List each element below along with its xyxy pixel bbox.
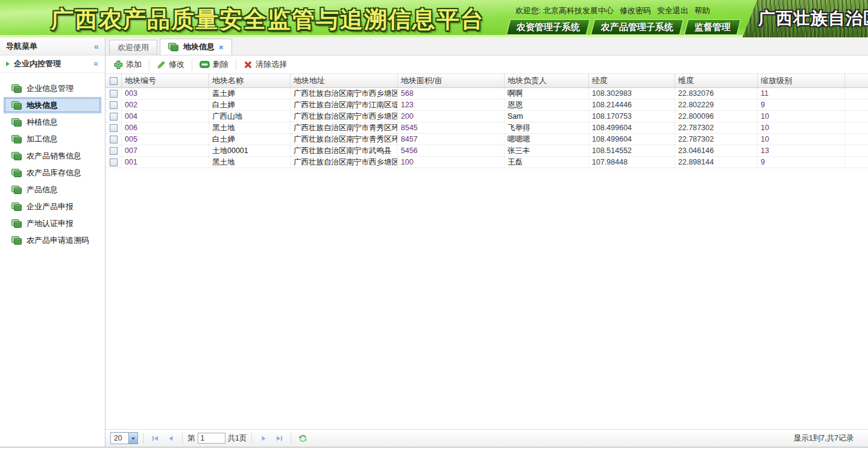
row-checkbox[interactable] xyxy=(110,159,118,166)
cell-lat: 22.832076 xyxy=(675,88,758,99)
cell-lng: 108.499604 xyxy=(589,122,675,133)
select-all-cell xyxy=(105,74,122,87)
sidebar-item[interactable]: 产品信息 xyxy=(4,181,101,198)
cell-manager: Sam xyxy=(505,111,589,122)
edit-icon xyxy=(157,60,166,69)
row-checkbox-cell xyxy=(105,88,122,99)
cell-name: 盖土婵 xyxy=(209,88,291,99)
cell-id: 001 xyxy=(122,157,209,168)
toolbar-button[interactable]: 添加 xyxy=(108,57,147,72)
toolbar-button[interactable]: 清除选择 xyxy=(238,57,292,72)
cell-filler xyxy=(845,111,868,122)
column-header[interactable]: 地块地址 xyxy=(291,74,398,87)
table-row[interactable]: 002白土婵广西壮族自治区南宁市江南区堤园123恩恩108.21444622.8… xyxy=(105,99,868,111)
column-header[interactable]: 维度 xyxy=(675,74,758,87)
table-row[interactable]: 005白土婵广西壮族自治区南宁市青秀区环境8457嗯嗯嗯108.49960422… xyxy=(105,134,868,145)
column-header[interactable]: 地块负责人 xyxy=(505,74,589,87)
next-page-button[interactable] xyxy=(257,432,270,444)
first-page-button[interactable] xyxy=(148,432,162,444)
row-checkbox-cell xyxy=(105,111,122,122)
cell-lng: 107.98448 xyxy=(589,157,675,168)
table-row[interactable]: 006黑土地广西壮族自治区南宁市青秀区环境8545飞举得108.49960422… xyxy=(105,122,868,134)
table-row[interactable]: 004广西山地广西壮族自治区南宁市西乡塘区X200Sam108.17075322… xyxy=(105,111,868,122)
column-header[interactable]: 地块编号 xyxy=(122,74,209,87)
folder-icon xyxy=(11,203,22,211)
sidebar-item[interactable]: 农产品库存信息 xyxy=(4,165,101,181)
column-header[interactable]: 地块面积/亩 xyxy=(398,74,505,87)
cell-filler xyxy=(845,157,868,168)
cell-area: 8457 xyxy=(398,134,505,145)
cell-lng: 108.302983 xyxy=(589,88,675,99)
welcome-link[interactable]: 帮助 xyxy=(694,6,710,15)
welcome-link[interactable]: 安全退出 xyxy=(657,6,688,15)
close-icon[interactable]: × xyxy=(219,43,224,52)
page-size-select[interactable]: 20 xyxy=(110,432,138,444)
pagination-bar: 20 第 共1页 显示1到7,共7记录 xyxy=(105,429,868,447)
cell-name: 土地00001 xyxy=(209,145,291,156)
table-row[interactable]: 007土地00001广西壮族自治区南宁市武鸣县5456张三丰108.514552… xyxy=(105,145,868,157)
sidebar-item[interactable]: 企业信息管理 xyxy=(4,80,101,96)
sidebar-item[interactable]: 农产品销售信息 xyxy=(4,148,101,164)
sidebar-item[interactable]: 种植信息 xyxy=(4,114,101,130)
welcome-link[interactable]: 修改密码 xyxy=(620,6,651,15)
sidebar-item[interactable]: 农产品申请追溯码 xyxy=(4,232,101,248)
divider xyxy=(291,433,291,444)
sidebar-item[interactable]: 企业产品申报 xyxy=(4,198,101,215)
page-label-prefix: 第 xyxy=(187,433,195,444)
row-checkbox[interactable] xyxy=(110,101,118,109)
cell-manager: 王磊 xyxy=(505,157,589,168)
column-header-filler xyxy=(845,74,868,87)
table-row[interactable]: 001黑土地广西壮族自治区南宁市西乡塘区100王磊107.9844822.898… xyxy=(105,157,868,168)
sidebar-item[interactable]: 产地认证申报 xyxy=(4,215,101,231)
cell-address: 广西壮族自治区南宁市武鸣县 xyxy=(291,145,398,156)
sidebar-item[interactable]: 加工信息 xyxy=(4,131,101,147)
column-header[interactable]: 经度 xyxy=(589,74,675,87)
row-checkbox[interactable] xyxy=(110,136,118,143)
column-header[interactable]: 缩放级别 xyxy=(758,74,845,87)
tab-strip: 欢迎使用地块信息× xyxy=(105,37,868,55)
cell-lng: 108.170753 xyxy=(589,111,675,122)
refresh-icon[interactable] xyxy=(296,432,309,444)
table-row[interactable]: 003盖土婵广西壮族自治区南宁市西乡塘区大568啊啊108.30298322.8… xyxy=(105,88,868,99)
cell-address: 广西壮族自治区南宁市西乡塘区 xyxy=(291,157,398,168)
app-title: 广西农产品质量安全监管与追溯信息平台 xyxy=(51,4,485,35)
system-tab[interactable]: 农产品管理子系统 xyxy=(591,19,684,35)
system-tab[interactable]: 农资管理子系统 xyxy=(506,19,590,35)
tab[interactable]: 地块信息× xyxy=(160,39,232,55)
select-all-checkbox[interactable] xyxy=(110,77,118,85)
region-banner-image: 广西壮族自治区 xyxy=(743,0,868,37)
collapse-sidebar-icon[interactable]: « xyxy=(94,41,99,51)
region-name: 广西壮族自治区 xyxy=(743,0,868,37)
folder-icon xyxy=(168,43,179,51)
chevron-down-icon[interactable] xyxy=(128,433,137,444)
folder-icon xyxy=(11,118,22,127)
cell-name: 广西山地 xyxy=(209,111,291,122)
row-checkbox[interactable] xyxy=(110,90,118,98)
row-checkbox[interactable] xyxy=(110,113,118,121)
table-body: 003盖土婵广西壮族自治区南宁市西乡塘区大568啊啊108.30298322.8… xyxy=(105,88,868,168)
page-number-input[interactable] xyxy=(198,433,225,444)
sidebar-group-header[interactable]: 企业内控管理 « xyxy=(0,55,105,73)
divider xyxy=(182,433,183,444)
row-checkbox[interactable] xyxy=(110,147,118,155)
column-header[interactable]: 地块名称 xyxy=(209,74,291,87)
system-tab[interactable]: 监督管理 xyxy=(684,19,741,35)
prev-page-button[interactable] xyxy=(164,432,177,444)
cell-lat: 22.898144 xyxy=(675,157,758,168)
cell-area: 568 xyxy=(398,88,505,99)
tab[interactable]: 欢迎使用 xyxy=(109,40,157,55)
sidebar-item[interactable]: 地块信息 xyxy=(4,97,101,113)
cell-address: 广西壮族自治区南宁市江南区堤园 xyxy=(291,99,398,110)
cell-filler xyxy=(845,134,868,145)
toolbar-button[interactable]: 修改 xyxy=(151,57,190,72)
cell-id: 006 xyxy=(122,122,209,133)
collapse-group-icon[interactable]: « xyxy=(92,61,101,66)
last-page-button[interactable] xyxy=(272,432,286,444)
row-checkbox[interactable] xyxy=(110,124,118,132)
cell-manager: 嗯嗯嗯 xyxy=(505,134,589,145)
clear-selection-icon xyxy=(244,60,253,69)
cell-zoom: 11 xyxy=(758,88,845,99)
toolbar-button[interactable]: 删除 xyxy=(194,57,234,72)
cell-id: 004 xyxy=(122,111,209,122)
page-label-suffix: 共1页 xyxy=(228,433,247,444)
